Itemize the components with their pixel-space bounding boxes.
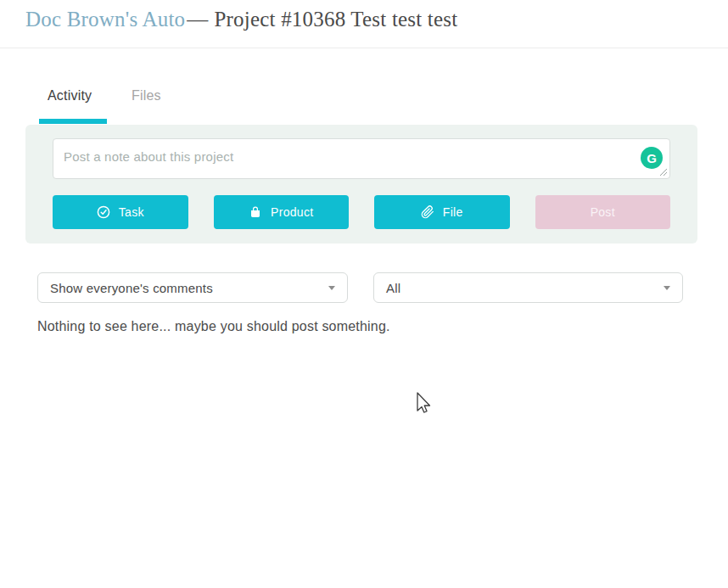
note-input-wrap: G: [53, 138, 670, 179]
comments-filter-value: Show everyone's comments: [50, 281, 213, 295]
file-button-label: File: [443, 205, 463, 219]
note-input[interactable]: [53, 138, 670, 179]
project-page: Doc Brown's Auto—Project #10368 Test tes…: [0, 0, 728, 588]
account-link[interactable]: Doc Brown's Auto: [25, 8, 185, 31]
shopping-bag-icon: [249, 205, 262, 219]
task-button[interactable]: Task: [53, 195, 188, 229]
compose-actions: Task Product File: [53, 195, 670, 229]
tab-activity[interactable]: Activity: [48, 88, 92, 104]
chevron-down-icon: [328, 286, 335, 290]
resize-handle-icon[interactable]: [659, 168, 668, 176]
active-tab-underline: [39, 119, 107, 124]
page-header: Doc Brown's Auto—Project #10368 Test tes…: [0, 0, 728, 48]
type-filter-value: All: [386, 281, 400, 295]
file-button[interactable]: File: [374, 195, 510, 229]
comments-filter-dropdown[interactable]: Show everyone's comments: [37, 272, 348, 303]
cursor-pointer-icon: [414, 391, 431, 417]
task-button-label: Task: [119, 205, 144, 219]
chevron-down-icon: [664, 286, 670, 290]
title-separator: —: [187, 8, 208, 31]
post-button-label: Post: [591, 205, 615, 219]
page-title: Doc Brown's Auto—Project #10368 Test tes…: [25, 8, 457, 31]
post-button[interactable]: Post: [535, 195, 671, 229]
empty-state-message: Nothing to see here... maybe you should …: [37, 319, 390, 334]
type-filter-dropdown[interactable]: All: [373, 272, 683, 303]
paperclip-icon: [421, 205, 434, 219]
compose-panel: G Task: [25, 125, 697, 244]
product-button[interactable]: Product: [214, 195, 350, 229]
project-title-text: Project #10368 Test test test: [214, 8, 457, 31]
tab-files[interactable]: Files: [132, 88, 161, 104]
product-button-label: Product: [271, 205, 313, 219]
grammarly-icon[interactable]: G: [641, 147, 663, 169]
circle-check-icon: [97, 205, 110, 219]
